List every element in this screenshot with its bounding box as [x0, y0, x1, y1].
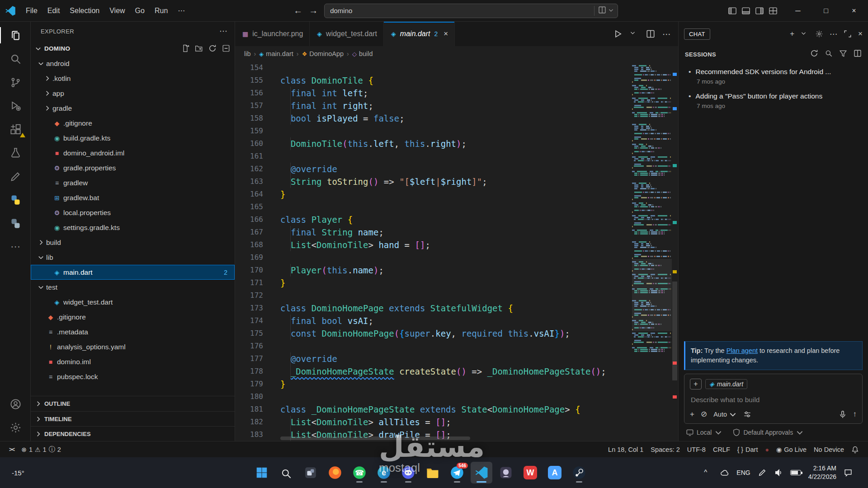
tree-item-lib[interactable]: lib	[31, 250, 235, 265]
chat-tab[interactable]: CHAT	[684, 28, 710, 40]
tree-item-main-dart[interactable]: ◈main.dart2	[31, 265, 235, 280]
taskbar-steam-icon[interactable]	[568, 462, 590, 483]
taskbar-widgets-icon[interactable]	[300, 462, 321, 483]
menu-go[interactable]: Go	[130, 4, 150, 18]
code-line[interactable]: Player(this.name);	[280, 264, 632, 277]
remote-indicator[interactable]: ><	[5, 446, 18, 453]
breadcrumb-lib[interactable]: lib	[244, 50, 251, 57]
tray-expand-icon[interactable]: ^	[704, 468, 713, 477]
tree-item-build[interactable]: build	[31, 235, 235, 250]
taskbar-browser-icon[interactable]	[324, 462, 346, 483]
pen-icon[interactable]	[758, 468, 767, 477]
status-indentation[interactable]: Spaces: 2	[647, 446, 684, 453]
battery-icon[interactable]	[790, 470, 801, 475]
tree-item-gradle-properties[interactable]: ⚙gradle.properties	[31, 160, 235, 175]
sidebar-section-timeline[interactable]: TIMELINE	[31, 411, 235, 426]
notification-center-icon[interactable]	[844, 468, 853, 477]
close-tab-icon[interactable]: ×	[443, 29, 448, 38]
code-line[interactable]	[280, 340, 632, 352]
tree-item-analysis-options-yaml[interactable]: !analysis_options.yaml	[31, 339, 235, 354]
tree-item-gitignore[interactable]: ◆.gitignore	[31, 310, 235, 324]
search-input[interactable]	[330, 7, 594, 14]
tree-item-kotlin[interactable]: .kotlin	[31, 71, 235, 86]
status-cursor-position[interactable]: Ln 18, Col 1	[604, 446, 647, 453]
menu-run[interactable]: Run	[150, 4, 173, 18]
tree-item-widget-test-dart[interactable]: ◈widget_test.dart	[31, 295, 235, 310]
session-item[interactable]: • Recommended SDK versions for Android .…	[685, 65, 865, 89]
tab-main-dart[interactable]: ◈ main.dart 2 ×	[384, 22, 455, 46]
session-item[interactable]: • Adding a "Pass" button for player acti…	[685, 89, 865, 114]
tree-item-pubspec-lock[interactable]: ≡pubspec.lock	[31, 369, 235, 384]
plan-agent-link[interactable]: Plan agent	[726, 347, 758, 354]
code-line[interactable]: final int left;	[280, 87, 632, 99]
editor-more-actions-icon[interactable]: ⋯	[662, 29, 671, 39]
code-line[interactable]	[280, 251, 632, 264]
code-line[interactable]: List<DominoTile> allTiles = [];	[280, 416, 632, 428]
code-line[interactable]: String toString() => "[$left|$right]";	[280, 175, 632, 188]
code-line[interactable]	[280, 390, 632, 403]
activity-source-control-icon[interactable]	[0, 70, 31, 94]
activity-more-icon[interactable]: ⋯	[0, 235, 31, 258]
more-actions-icon[interactable]: ⋯	[219, 26, 227, 36]
menu-selection[interactable]: Selection	[65, 4, 104, 18]
split-editor-icon[interactable]	[646, 29, 655, 38]
close-button[interactable]: ×	[840, 0, 868, 22]
breadcrumb-build[interactable]: ◇ build	[352, 50, 373, 57]
project-section-header[interactable]: DOMINO	[31, 41, 235, 56]
activity-settings-icon[interactable]	[0, 416, 31, 439]
add-context-button[interactable]: +	[690, 379, 702, 389]
tab-ic-launcher-png[interactable]: ▦ ic_launcher.png	[235, 22, 310, 46]
code-line[interactable]: final int right;	[280, 99, 632, 112]
new-folder-icon[interactable]	[195, 44, 203, 52]
problems-indicator[interactable]: ⊗1⚠1ⓘ2	[18, 446, 65, 454]
code-line[interactable]	[280, 289, 632, 302]
activity-search-icon[interactable]	[0, 47, 31, 70]
taskbar-file-explorer-icon[interactable]	[422, 462, 443, 483]
weather-widget[interactable]: -15°	[0, 469, 33, 477]
tree-item-app[interactable]: app	[31, 86, 235, 101]
forward-arrow-icon[interactable]: →	[309, 5, 318, 16]
taskbar-w-app-icon[interactable]: W	[519, 462, 541, 483]
minimap-slider[interactable]	[632, 259, 672, 331]
code-line[interactable]	[280, 201, 632, 213]
code-line[interactable]: final String name;	[280, 226, 632, 239]
taskbar-search-icon[interactable]	[275, 462, 297, 483]
tree-item-gradlew-bat[interactable]: ⊞gradlew.bat	[31, 190, 235, 205]
status-notifications[interactable]	[848, 446, 863, 453]
chevron-down-icon[interactable]	[608, 7, 614, 15]
status-extension-dot[interactable]: ●	[761, 446, 772, 453]
code-line[interactable]: class _DominoHomePageState extends State…	[280, 403, 632, 416]
code-line[interactable]: List<DominoTile> hand = [];	[280, 239, 632, 251]
menu-more[interactable]: ⋯	[173, 4, 190, 18]
expand-chat-icon[interactable]	[844, 30, 852, 38]
maximize-button[interactable]: □	[812, 0, 840, 22]
chat-prompt-input[interactable]	[691, 396, 858, 404]
command-center-search[interactable]	[324, 4, 618, 18]
microphone-icon[interactable]	[839, 410, 847, 418]
status-eol[interactable]: CRLF	[709, 446, 734, 453]
activity-python-packages-icon[interactable]	[0, 211, 31, 235]
close-chat-icon[interactable]: ×	[858, 29, 863, 38]
taskbar-vscode-icon[interactable]	[471, 462, 492, 483]
taskbar-a-app-icon[interactable]: A	[544, 462, 566, 483]
status-encoding[interactable]: UTF-8	[684, 446, 709, 453]
mode-picker[interactable]: Auto	[713, 410, 737, 418]
search-panel-icon[interactable]	[598, 6, 606, 16]
onedrive-icon[interactable]	[720, 468, 729, 477]
environment-picker[interactable]: Local	[686, 428, 722, 436]
back-arrow-icon[interactable]: ←	[293, 5, 302, 16]
taskbar-discord-icon[interactable]	[397, 462, 419, 483]
editor-scrollbar[interactable]	[672, 282, 677, 380]
activity-explorer-icon[interactable]	[0, 23, 31, 47]
status-go-live[interactable]: ◉ Go Live	[773, 446, 810, 453]
code-line[interactable]: @override	[280, 352, 632, 365]
code-line[interactable]: final bool vsAI;	[280, 314, 632, 327]
tree-item-domino-android-iml[interactable]: ■domino_android.iml	[31, 145, 235, 160]
chevron-down-icon[interactable]	[801, 30, 809, 38]
split-sessions-icon[interactable]	[854, 49, 862, 59]
code-line[interactable]: }	[280, 378, 632, 390]
toggle-secondary-sidebar-icon[interactable]	[755, 6, 764, 15]
activity-edit-session-icon[interactable]	[0, 164, 31, 188]
status-device[interactable]: No Device	[810, 446, 848, 453]
collapse-folders-icon[interactable]	[222, 44, 230, 52]
